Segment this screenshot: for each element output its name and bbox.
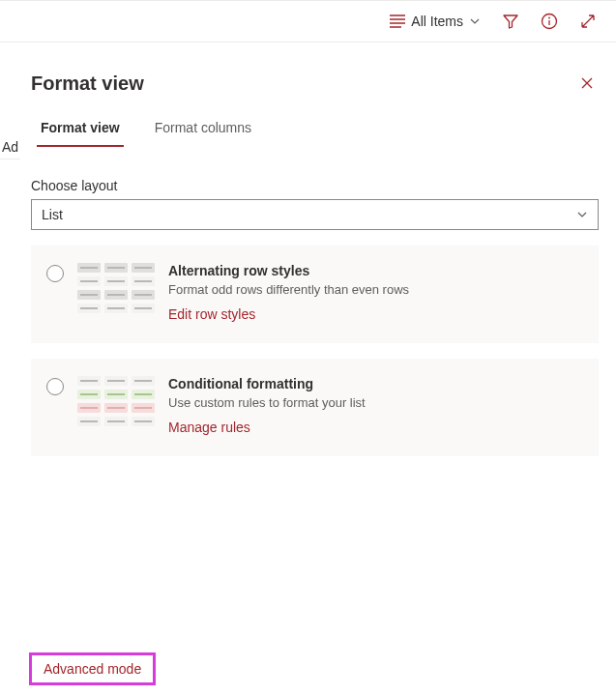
option-title: Conditional formatting — [168, 376, 583, 391]
radio-conditional-formatting[interactable] — [46, 378, 64, 395]
choose-layout-label: Choose layout — [23, 147, 606, 199]
tab-label: Format view — [41, 120, 120, 135]
format-view-panel: Format view Format view Format columns C… — [23, 54, 606, 695]
view-selector[interactable]: All Items — [390, 14, 481, 29]
expand-icon — [579, 13, 597, 30]
thumb-conditional — [77, 376, 155, 435]
advanced-mode-link[interactable]: Advanced mode — [29, 652, 156, 685]
layout-dropdown-value: List — [42, 207, 63, 222]
info-icon — [541, 13, 558, 30]
panel-title: Format view — [31, 72, 144, 95]
option-alternating-rows[interactable]: Alternating row styles Format odd rows d… — [31, 246, 599, 343]
radio-alternating-rows[interactable] — [46, 265, 64, 282]
manage-rules-link[interactable]: Manage rules — [168, 420, 583, 435]
option-desc: Format odd rows differently than even ro… — [168, 282, 583, 297]
panel-tabs: Format view Format columns — [23, 102, 606, 147]
list-lines-icon — [390, 14, 405, 28]
option-body: Alternating row styles Format odd rows d… — [168, 263, 583, 322]
edit-row-styles-link[interactable]: Edit row styles — [168, 306, 583, 322]
info-button[interactable] — [541, 13, 558, 30]
option-title: Alternating row styles — [168, 263, 583, 278]
view-selector-label: All Items — [411, 14, 463, 29]
funnel-icon — [502, 13, 519, 30]
close-button[interactable] — [575, 72, 599, 95]
option-desc: Use custom rules to format your list — [168, 395, 583, 410]
filter-button[interactable] — [502, 13, 519, 30]
background-text-fragment: Ad — [0, 135, 20, 159]
chevron-down-icon — [576, 209, 588, 220]
chevron-down-icon — [469, 15, 481, 27]
option-conditional-formatting[interactable]: Conditional formatting Use custom rules … — [31, 359, 599, 456]
close-icon — [579, 75, 595, 91]
expand-button[interactable] — [579, 13, 597, 30]
tab-label: Format columns — [155, 120, 251, 135]
panel-header: Format view — [23, 54, 606, 102]
tab-format-view[interactable]: Format view — [37, 114, 124, 147]
tab-format-columns[interactable]: Format columns — [151, 114, 255, 147]
svg-point-1 — [548, 17, 550, 19]
command-bar: All Items — [0, 0, 616, 43]
option-body: Conditional formatting Use custom rules … — [168, 376, 583, 435]
thumb-alternating — [77, 263, 155, 322]
layout-dropdown[interactable]: List — [31, 199, 599, 230]
